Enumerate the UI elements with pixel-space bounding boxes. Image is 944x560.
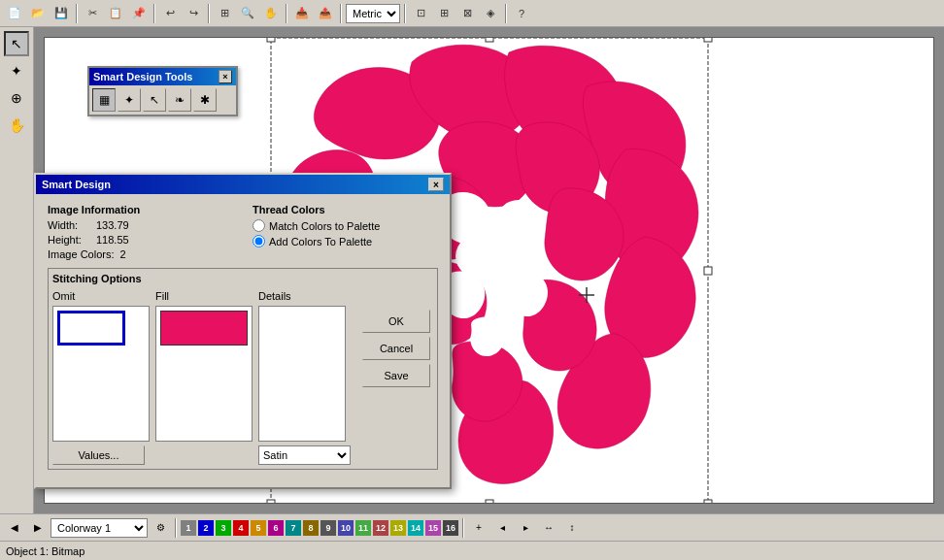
sep7 bbox=[505, 4, 507, 23]
arrow-tool-btn[interactable]: ↖ bbox=[4, 31, 29, 56]
bottom-status: Object 1: Bitmap bbox=[0, 541, 944, 560]
color-5[interactable]: 5 bbox=[251, 520, 266, 536]
smart-tools-panel: Smart Design Tools × ▦ ✦ ↖ ❧ ✱ bbox=[87, 66, 238, 116]
panel-star-btn[interactable]: ✱ bbox=[193, 88, 217, 112]
match-colors-radio[interactable] bbox=[253, 219, 265, 232]
import-btn[interactable]: 📥 bbox=[291, 3, 313, 24]
color-14[interactable]: 14 bbox=[408, 520, 423, 536]
width-row: Width: 133.79 bbox=[48, 219, 233, 231]
details-box bbox=[258, 306, 346, 442]
thread-colors-title: Thread Colors bbox=[253, 204, 438, 215]
panel-wand-btn[interactable]: ✦ bbox=[118, 88, 141, 112]
omit-box bbox=[52, 306, 150, 442]
dialog-close-btn[interactable]: × bbox=[428, 178, 444, 191]
nav-btn1[interactable]: ◂ bbox=[491, 517, 513, 539]
export-btn[interactable]: 📤 bbox=[315, 3, 336, 24]
dialog-window: Smart Design × Image Information Width: … bbox=[34, 173, 452, 489]
color-11[interactable]: 11 bbox=[355, 520, 371, 536]
pan-btn[interactable]: ✋ bbox=[260, 3, 282, 24]
status-bar: ◀ ▶ Colorway 1 ⚙ 1 2 3 4 5 6 7 8 9 10 11… bbox=[0, 513, 944, 541]
color-4[interactable]: 4 bbox=[233, 520, 249, 536]
color-7[interactable]: 7 bbox=[286, 520, 301, 536]
color-8[interactable]: 8 bbox=[303, 520, 319, 536]
values-btn[interactable]: Values... bbox=[52, 445, 145, 465]
fill-box bbox=[155, 306, 253, 442]
dialog-top-row: Image Information Width: 133.79 Height: … bbox=[48, 204, 438, 260]
svg-rect-7 bbox=[704, 37, 712, 42]
panel-grid-btn[interactable]: ▦ bbox=[92, 88, 116, 112]
color-3[interactable]: 3 bbox=[216, 520, 231, 536]
svg-rect-11 bbox=[486, 500, 493, 505]
redo-btn[interactable]: ↪ bbox=[183, 3, 204, 24]
smart-design-dialog: Smart Design × Image Information Width: … bbox=[34, 173, 452, 489]
add-colors-radio[interactable] bbox=[253, 235, 265, 247]
svg-rect-12 bbox=[704, 500, 712, 505]
zoom-tool-btn[interactable]: ⊕ bbox=[4, 85, 29, 111]
color-15[interactable]: 15 bbox=[425, 520, 441, 536]
new-btn[interactable]: 📄 bbox=[4, 3, 25, 24]
image-colors-label: Image Colors: bbox=[48, 248, 114, 260]
colorway-dropdown[interactable]: Colorway 1 bbox=[51, 518, 148, 538]
save-btn[interactable]: 💾 bbox=[51, 3, 72, 24]
fill-swatch bbox=[160, 311, 248, 346]
copy-btn[interactable]: 📋 bbox=[105, 3, 126, 24]
tool4-btn[interactable]: ◈ bbox=[480, 3, 501, 24]
main-area: ↖ ✦ ⊕ ✋ Smart Design Tools × ▦ ✦ ↖ ❧ ✱ bbox=[0, 27, 944, 513]
nav-btn2[interactable]: ▸ bbox=[515, 517, 536, 539]
svg-point-1 bbox=[460, 227, 499, 256]
svg-rect-9 bbox=[704, 267, 712, 275]
open-btn[interactable]: 📂 bbox=[27, 3, 49, 24]
sep5 bbox=[340, 4, 342, 23]
add-colors-option[interactable]: Add Colors To Palette bbox=[253, 235, 438, 247]
colorway-settings-btn[interactable]: ⚙ bbox=[150, 517, 171, 539]
metric-dropdown[interactable]: Metric bbox=[346, 4, 400, 23]
svg-rect-5 bbox=[267, 37, 275, 42]
tool3-btn[interactable]: ⊠ bbox=[456, 3, 478, 24]
cut-btn[interactable]: ✂ bbox=[82, 3, 103, 24]
stitching-section: Stitching Options Omit Values... bbox=[48, 268, 438, 470]
color-12[interactable]: 12 bbox=[373, 520, 388, 536]
color-9[interactable]: 9 bbox=[320, 520, 336, 536]
ok-btn[interactable]: OK bbox=[362, 310, 430, 333]
color-10[interactable]: 10 bbox=[338, 520, 354, 536]
color-6[interactable]: 6 bbox=[268, 520, 284, 536]
color-13[interactable]: 13 bbox=[390, 520, 406, 536]
tool1-btn[interactable]: ⊡ bbox=[410, 3, 431, 24]
save-btn[interactable]: Save bbox=[362, 364, 430, 387]
left-toolbar: ↖ ✦ ⊕ ✋ bbox=[0, 27, 34, 513]
status-icon2[interactable]: ▶ bbox=[27, 517, 49, 539]
nav-btn3[interactable]: ↔ bbox=[538, 517, 559, 539]
color-1[interactable]: 1 bbox=[181, 520, 196, 536]
pan-tool-btn[interactable]: ✋ bbox=[4, 113, 29, 138]
cancel-btn[interactable]: Cancel bbox=[362, 337, 430, 360]
status-icon1[interactable]: ◀ bbox=[4, 517, 25, 539]
stitching-row: Omit Values... Fill bbox=[52, 290, 433, 465]
help-btn[interactable]: ? bbox=[511, 3, 532, 24]
image-colors-value: 2 bbox=[119, 248, 125, 260]
undo-btn[interactable]: ↩ bbox=[159, 3, 181, 24]
image-info-section: Image Information Width: 133.79 Height: … bbox=[48, 204, 233, 260]
add-color-btn[interactable]: + bbox=[468, 517, 489, 539]
sep2 bbox=[153, 4, 155, 23]
tool2-btn[interactable]: ⊞ bbox=[433, 3, 455, 24]
color-2[interactable]: 2 bbox=[198, 520, 214, 536]
dialog-content: Image Information Width: 133.79 Height: … bbox=[36, 194, 450, 487]
panel-select-btn[interactable]: ↖ bbox=[143, 88, 166, 112]
sep6 bbox=[404, 4, 406, 23]
height-row: Height: 118.55 bbox=[48, 234, 233, 246]
satin-dropdown[interactable]: Satin bbox=[258, 445, 351, 465]
dialog-titlebar: Smart Design × bbox=[36, 175, 450, 194]
panel-leaf-btn[interactable]: ❧ bbox=[168, 88, 191, 112]
grid-btn[interactable]: ⊞ bbox=[214, 3, 235, 24]
zoom-btn[interactable]: 🔍 bbox=[237, 3, 258, 24]
nav-btn4[interactable]: ↕ bbox=[561, 517, 583, 539]
match-colors-option[interactable]: Match Colors to Palette bbox=[253, 219, 438, 232]
paste-btn[interactable]: 📌 bbox=[128, 3, 150, 24]
width-label: Width: bbox=[48, 219, 96, 231]
color-16[interactable]: 16 bbox=[443, 520, 458, 536]
height-label: Height: bbox=[48, 234, 96, 246]
omit-label: Omit bbox=[52, 290, 75, 302]
panel-close-btn[interactable]: × bbox=[219, 70, 232, 83]
canvas-area: Smart Design Tools × ▦ ✦ ↖ ❧ ✱ bbox=[34, 27, 944, 513]
node-tool-btn[interactable]: ✦ bbox=[4, 58, 29, 83]
